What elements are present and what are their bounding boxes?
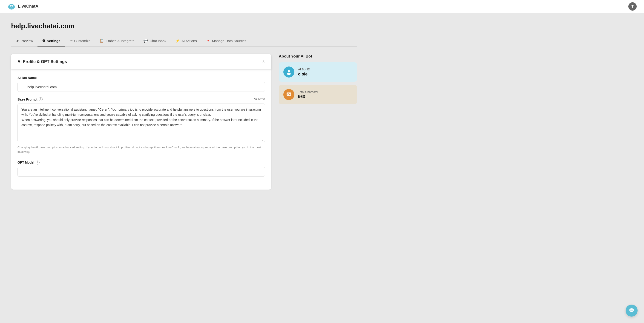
chevron-up-icon[interactable]: ∧: [262, 59, 265, 64]
bot-id-content: AI Bot ID clpie: [298, 68, 310, 76]
tab-settings[interactable]: ⚙ Settings: [38, 36, 65, 46]
tabs: 👁 Preview ⚙ Settings ✏ Customize 📋 Embed…: [11, 36, 357, 47]
avatar[interactable]: T: [628, 2, 637, 10]
base-prompt-header: Base Prompt ? 591/750: [18, 97, 265, 101]
svg-point-6: [289, 94, 289, 94]
about-title: About Your AI Bot: [279, 54, 357, 59]
chat-widget-icon: [628, 308, 634, 314]
helper-text: Changing the AI base prompt is an advanc…: [18, 146, 265, 154]
base-prompt-textarea[interactable]: [18, 104, 265, 142]
tab-preview-label: Preview: [21, 39, 33, 43]
tab-ai-actions-label: AI Actions: [182, 39, 197, 43]
total-char-card: Total Character 563: [279, 85, 357, 104]
section-card: AI Profile & GPT Settings ∧ AI Bot Name …: [11, 54, 272, 190]
left-panel: AI Profile & GPT Settings ∧ AI Bot Name …: [11, 54, 272, 190]
total-char-icon: [283, 89, 294, 100]
svg-point-10: [631, 310, 632, 310]
chat-inbox-icon: 💬: [144, 39, 148, 43]
header: LiveChatAI T: [0, 0, 644, 13]
total-char-content: Total Character 563: [298, 90, 318, 99]
svg-point-1: [8, 4, 14, 8]
embed-icon: 📋: [100, 39, 104, 43]
tab-chat-inbox-label: Chat Inbox: [150, 39, 166, 43]
svg-point-11: [632, 310, 633, 310]
bot-id-label: AI Bot ID: [298, 68, 310, 71]
svg-point-9: [630, 310, 631, 310]
preview-icon: 👁: [16, 39, 19, 43]
gpt-model-wrapper: [18, 167, 265, 177]
base-prompt-label: Base Prompt ?: [18, 97, 42, 101]
tab-customize-label: Customize: [74, 39, 90, 43]
total-char-label: Total Character: [298, 90, 318, 94]
bot-name-input[interactable]: [18, 82, 265, 92]
tab-manage-data[interactable]: 🔻 Manage Data Sources: [202, 36, 251, 46]
svg-point-7: [290, 94, 291, 94]
tab-embed-label: Embed & Integrate: [106, 39, 134, 43]
manage-data-icon: 🔻: [206, 39, 210, 43]
tab-ai-actions[interactable]: ⚡ AI Actions: [171, 36, 202, 46]
chat-widget[interactable]: [626, 304, 638, 316]
main-layout: AI Profile & GPT Settings ∧ AI Bot Name …: [11, 54, 357, 190]
tab-manage-data-label: Manage Data Sources: [212, 39, 246, 43]
section-body: AI Bot Name 👤 Base Prompt ? 591/750: [11, 69, 272, 190]
resize-icon: ⌞: [262, 138, 264, 142]
tab-preview[interactable]: 👁 Preview: [11, 36, 38, 46]
base-prompt-help-icon[interactable]: ?: [39, 97, 42, 101]
tab-chat-inbox[interactable]: 💬 Chat Inbox: [139, 36, 171, 46]
svg-point-3: [287, 73, 291, 75]
bot-id-icon: [283, 66, 294, 78]
ai-actions-icon: ⚡: [176, 39, 180, 43]
logo-icon: [7, 2, 16, 10]
section-title: AI Profile & GPT Settings: [18, 59, 67, 64]
tab-embed[interactable]: 📋 Embed & Integrate: [95, 36, 139, 46]
tab-customize[interactable]: ✏ Customize: [65, 36, 95, 46]
gpt-model-help-icon[interactable]: ?: [36, 160, 40, 164]
bot-name-label: AI Bot Name: [18, 76, 265, 80]
section-header: AI Profile & GPT Settings ∧: [11, 54, 272, 69]
right-panel: About Your AI Bot AI Bot ID clpie: [279, 54, 357, 108]
gpt-model-label: GPT Model ?: [18, 160, 265, 164]
total-char-value: 563: [298, 94, 318, 99]
logo[interactable]: LiveChatAI: [7, 2, 40, 10]
svg-point-5: [287, 94, 288, 94]
settings-icon: ⚙: [42, 39, 45, 43]
page-content: help.livechatai.com 👁 Preview ⚙ Settings…: [0, 13, 368, 199]
gpt-model-section: GPT Model ?: [18, 160, 265, 177]
bot-id-card: AI Bot ID clpie: [279, 62, 357, 82]
gpt-model-input[interactable]: [18, 167, 265, 177]
logo-text: LiveChatAI: [18, 4, 40, 9]
svg-point-2: [288, 70, 290, 72]
tab-settings-label: Settings: [47, 39, 60, 43]
bot-name-wrapper: 👤: [18, 82, 265, 92]
customize-icon: ✏: [70, 39, 73, 43]
bot-id-value: clpie: [298, 72, 310, 76]
prompt-counter: 591/750: [254, 98, 265, 101]
textarea-wrapper: ⌞: [18, 104, 265, 143]
page-title: help.livechatai.com: [11, 22, 357, 30]
